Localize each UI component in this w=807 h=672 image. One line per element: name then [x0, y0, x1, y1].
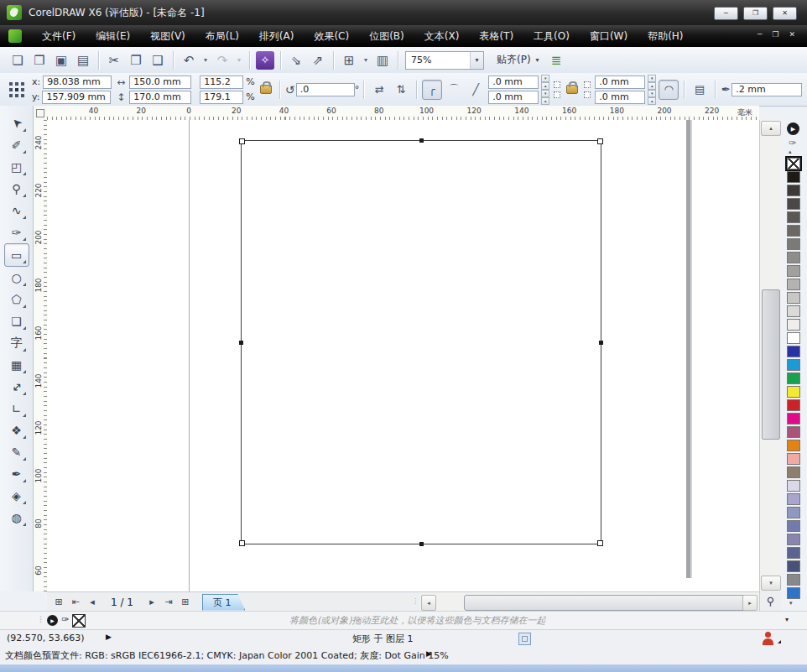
wrap-text-button[interactable]: ▤ — [690, 80, 710, 100]
scale-h-field[interactable]: 115.2 — [200, 76, 243, 89]
fill-tool[interactable]: ◈ — [5, 485, 29, 507]
shape-tool[interactable]: ✐ — [5, 134, 29, 156]
swatch-gray-mid[interactable] — [787, 574, 800, 586]
swatch-lavender[interactable] — [787, 493, 800, 505]
menu-item-tools[interactable]: 工具(O) — [523, 26, 580, 47]
mirror-vertical-icon[interactable]: ⇅ — [391, 80, 411, 100]
swatch-blue-2[interactable] — [787, 587, 800, 599]
swatch-rose[interactable] — [787, 426, 800, 438]
edit-corners-together-icon[interactable] — [566, 85, 578, 94]
x-position-field[interactable]: 98.038 mm — [43, 76, 112, 89]
ruler-origin-corner[interactable] — [34, 106, 48, 121]
swatch-navy-gray[interactable] — [787, 560, 800, 572]
freehand-tool[interactable]: ∿ — [5, 200, 29, 221]
menu-item-help[interactable]: 帮助(H) — [638, 26, 693, 47]
corner-radius-tr-field[interactable]: .0 mm — [595, 76, 645, 89]
palette-scroll-down-icon[interactable]: ▾ — [789, 600, 793, 607]
scroll-up-icon[interactable]: ▴ — [761, 121, 781, 136]
menu-item-window[interactable]: 窗口(W) — [580, 26, 638, 47]
add-page-after-icon[interactable]: ⊞ — [177, 596, 194, 607]
previous-page-icon[interactable]: ◂ — [84, 596, 101, 607]
object-width-field[interactable]: 150.0 mm — [129, 76, 191, 89]
menu-item-view[interactable]: 视图(V) — [140, 26, 195, 47]
swatch-blue[interactable] — [787, 346, 800, 357]
polygon-tool[interactable]: ⬠ — [5, 289, 29, 310]
doc-restore-button[interactable]: ❐ — [772, 30, 778, 39]
redo-icon[interactable]: ↷ — [212, 51, 232, 70]
rectangle-tool[interactable]: ▭ — [4, 243, 29, 267]
eyedropper-tool[interactable]: ✎ — [5, 441, 29, 463]
pick-tool[interactable]: ➤ — [5, 112, 29, 134]
first-page-icon[interactable]: ⇤ — [67, 596, 84, 607]
selection-handle-right[interactable] — [599, 341, 603, 345]
page-tab-1[interactable]: 页 1 — [202, 594, 246, 611]
swatch-taupe[interactable] — [787, 466, 800, 478]
relative-corner-scaling-button[interactable]: ◠ — [659, 80, 679, 100]
vertical-scrollbar[interactable]: ▴ ▾ — [759, 120, 781, 591]
zoom-level-combo[interactable]: 75% ▾ — [405, 51, 484, 70]
welcome-screen-icon[interactable]: ▥ — [372, 51, 393, 70]
membership-icon[interactable] — [761, 632, 776, 645]
swatch-gray-15[interactable] — [787, 292, 800, 304]
document-palette-no-color-swatch[interactable] — [72, 614, 86, 628]
table-tool[interactable]: ▦ — [5, 354, 29, 376]
swatch-no-color[interactable] — [787, 158, 800, 169]
swatch-pink[interactable] — [787, 453, 800, 465]
options-icon[interactable]: ≣ — [551, 53, 562, 68]
undo-dropdown-icon[interactable]: ▾ — [200, 51, 211, 70]
dimension-tool[interactable]: ↔ — [5, 376, 29, 398]
print-icon[interactable]: ▤ — [73, 51, 93, 70]
coordinates-expand-icon[interactable]: ▶ — [106, 633, 112, 641]
corner-radius-br-field[interactable]: .0 mm — [595, 91, 645, 104]
menu-item-bitmaps[interactable]: 位图(B) — [359, 26, 414, 47]
palette-eyedropper-icon[interactable]: ✑ — [789, 138, 796, 148]
menu-item-effects[interactable]: 效果(C) — [304, 26, 359, 47]
doc-minimize-button[interactable]: ─ — [758, 30, 762, 39]
selection-handle-top-left[interactable] — [239, 138, 245, 144]
last-page-icon[interactable]: ⇥ — [160, 596, 177, 607]
pan-zoom-icon[interactable]: ⚲ — [759, 591, 781, 611]
scale-lock-icon[interactable] — [260, 85, 272, 94]
selection-handle-left[interactable] — [239, 341, 243, 345]
menu-item-file[interactable]: 文件(F) — [32, 26, 86, 47]
swatch-gray-90[interactable] — [787, 185, 800, 196]
color-profile-expand-icon[interactable]: ▶ — [426, 649, 432, 658]
corner-select-right-icon[interactable] — [584, 81, 591, 98]
swatch-gray-50[interactable] — [787, 238, 800, 250]
menu-item-table[interactable]: 表格(T) — [469, 26, 523, 47]
swatch-orange[interactable] — [787, 440, 800, 451]
minimize-button[interactable]: ─ — [714, 7, 738, 20]
swatch-blue-gray-light[interactable] — [787, 507, 800, 518]
text-tool[interactable]: 字 — [5, 332, 29, 354]
redo-dropdown-icon[interactable]: ▾ — [234, 51, 244, 70]
swatch-green[interactable] — [787, 372, 800, 384]
swatch-gray-30[interactable] — [787, 265, 800, 277]
paste-icon[interactable]: ❑ — [148, 51, 168, 70]
round-corner-button[interactable]: ╭ — [422, 80, 442, 100]
copy-icon[interactable]: ❐ — [126, 51, 146, 70]
basic-shapes-tool[interactable]: ❏ — [5, 310, 29, 332]
selection-handle-bottom-right[interactable] — [597, 540, 603, 546]
corner-tr-spinner[interactable]: ▾▴ — [648, 75, 656, 90]
corner-radius-bl-field[interactable]: .0 mm — [488, 91, 539, 104]
swatch-gray-20[interactable] — [787, 279, 800, 290]
app-launcher-dropdown-icon[interactable]: ▾ — [361, 51, 371, 70]
swatch-gray-80[interactable] — [787, 198, 800, 210]
add-page-before-icon[interactable]: ⊞ — [50, 596, 67, 607]
interactive-fill-tool[interactable]: ◍ — [5, 507, 29, 529]
horizontal-scrollbar[interactable]: ◂ ▸ — [419, 591, 759, 612]
swatch-cyan[interactable] — [787, 359, 800, 371]
zoom-level-dropdown-icon[interactable]: ▾ — [470, 52, 483, 69]
document-palette-flyout-icon[interactable]: ▶ — [47, 615, 58, 626]
swatch-white[interactable] — [787, 332, 800, 344]
horizontal-scroll-thumb[interactable] — [464, 595, 748, 611]
chamfered-corner-button[interactable]: ╱ — [466, 80, 486, 100]
rotation-angle-field[interactable]: .0 — [296, 83, 355, 96]
export-icon[interactable]: ⇗ — [308, 51, 328, 70]
undo-icon[interactable]: ↶ — [179, 51, 199, 70]
blend-tool[interactable]: ❖ — [5, 419, 29, 441]
swatch-gray-70[interactable] — [787, 211, 800, 223]
menu-item-layout[interactable]: 布局(L) — [195, 26, 249, 47]
selection-handle-bottom-left[interactable] — [239, 540, 245, 546]
swatch-gray-40[interactable] — [787, 252, 800, 263]
